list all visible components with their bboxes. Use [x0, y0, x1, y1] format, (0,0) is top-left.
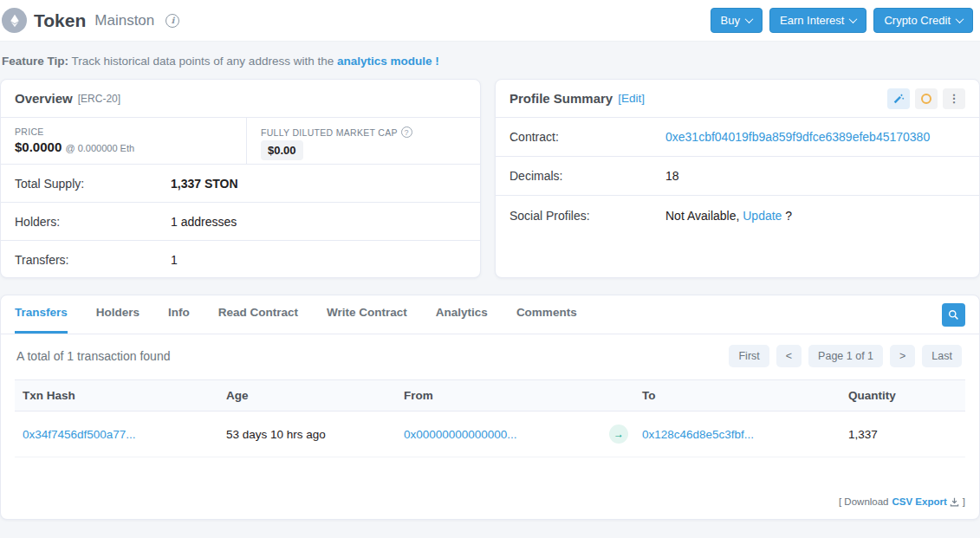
total-supply-row: Total Supply: 1,337 STON — [1, 165, 480, 203]
question-icon[interactable]: ? — [401, 126, 412, 138]
tab-comments[interactable]: Comments — [516, 295, 577, 334]
tab-bar: Transfers Holders Info Read Contract Wri… — [1, 295, 979, 334]
header-actions: Buy Earn Interest Crypto Credit — [711, 8, 973, 33]
chevron-down-icon — [956, 15, 964, 23]
market-cap-label: FULLY DILUTED MARKET CAP ? — [261, 126, 466, 138]
tab-transfers[interactable]: Transfers — [15, 295, 68, 334]
col-header-from: From — [397, 380, 602, 412]
transactions-card: Transfers Holders Info Read Contract Wri… — [0, 295, 980, 520]
top-header: Token Mainston i Buy Earn Interest Crypt… — [0, 0, 980, 42]
update-link[interactable]: Update — [743, 209, 782, 223]
col-header-to: To — [635, 380, 841, 412]
page-title: Token — [34, 10, 86, 31]
pagination-first-button[interactable]: First — [729, 345, 769, 367]
csv-export-link[interactable]: CSV Export — [892, 496, 959, 507]
summary-cards: Overview [ERC-20] PRICE $0.0000 @ 0.0000… — [0, 79, 980, 278]
contract-row: Contract: 0xe31cbf04019fb9a859f9dfce6389… — [496, 118, 979, 157]
contract-address-link[interactable]: 0xe31cbf04019fb9a859f9dfce6389efeb451703… — [665, 130, 930, 144]
tab-info[interactable]: Info — [168, 295, 190, 334]
holders-label: Holders: — [15, 215, 171, 229]
decimals-label: Decimals: — [509, 169, 665, 183]
earn-interest-button[interactable]: Earn Interest — [769, 8, 866, 33]
download-suffix: ] — [963, 496, 965, 507]
tab-holders[interactable]: Holders — [96, 295, 140, 334]
overview-title: Overview — [15, 91, 73, 106]
market-cap-label-text: FULLY DILUTED MARKET CAP — [261, 127, 398, 138]
pagination-page-indicator: Page 1 of 1 — [808, 345, 883, 367]
crypto-credit-button-label: Crypto Credit — [884, 14, 951, 27]
download-prefix: [ Download — [839, 496, 889, 507]
search-button[interactable] — [942, 303, 965, 327]
col-header-arrow — [602, 380, 635, 412]
total-supply-value: 1,337 STON — [171, 177, 238, 191]
col-header-txn-hash: Txn Hash — [15, 380, 219, 412]
price-block: PRICE $0.0000 @ 0.000000 Eth — [1, 118, 246, 164]
pagination-last-button[interactable]: Last — [922, 345, 962, 367]
holders-value: 1 addresses — [171, 215, 237, 229]
txn-hash-link[interactable]: 0x34f7456df500a77... — [23, 428, 136, 441]
analytics-module-link[interactable]: analytics module ! — [337, 55, 439, 68]
transfers-row: Transfers: 1 — [1, 241, 480, 278]
more-options-button[interactable]: ⋮ — [943, 88, 965, 109]
kebab-menu-icon: ⋮ — [949, 93, 960, 104]
circle-icon — [921, 94, 931, 104]
crypto-credit-button[interactable]: Crypto Credit — [873, 8, 973, 33]
profile-header-actions: ⋮ — [887, 88, 965, 109]
overview-card: Overview [ERC-20] PRICE $0.0000 @ 0.0000… — [0, 79, 481, 278]
profile-card-header: Profile Summary [Edit] ⋮ — [496, 80, 979, 118]
download-icon — [950, 497, 959, 507]
table-row: 0x34f7456df500a77... 53 days 10 hrs ago … — [15, 412, 965, 457]
from-address-link[interactable]: 0x00000000000000... — [404, 428, 517, 441]
tab-write-contract[interactable]: Write Contract — [327, 295, 407, 334]
profile-summary-title: Profile Summary — [509, 91, 613, 106]
csv-export-label: CSV Export — [892, 496, 947, 507]
transfers-label: Transfers: — [15, 253, 171, 267]
token-logo-icon — [2, 8, 27, 33]
to-address-link[interactable]: 0x128c46d8e5c3fbf... — [642, 428, 754, 441]
market-cap-block: FULLY DILUTED MARKET CAP ? $0.00 — [246, 118, 480, 164]
status-circle-button[interactable] — [915, 88, 938, 109]
table-header-row: Txn Hash Age From To Quantity — [15, 380, 965, 412]
wand-icon — [892, 93, 905, 105]
social-not-available: Not Available, — [665, 209, 739, 223]
price-value: $0.0000 @ 0.000000 Eth — [15, 139, 232, 154]
market-cap-value: $0.00 — [261, 140, 303, 160]
social-profiles-value: Not Available, Update ? — [665, 209, 792, 223]
price-label: PRICE — [15, 126, 232, 137]
price-eth: @ 0.000000 Eth — [65, 143, 134, 153]
tab-analytics[interactable]: Analytics — [436, 295, 488, 334]
price-usd: $0.0000 — [15, 139, 62, 154]
col-header-age: Age — [219, 380, 397, 412]
pagination-prev-button[interactable]: < — [776, 345, 802, 367]
social-profiles-row: Social Profiles: Not Available, Update ? — [496, 196, 979, 235]
total-supply-label: Total Supply: — [15, 177, 171, 191]
social-profiles-label: Social Profiles: — [509, 209, 665, 223]
chevron-down-icon — [849, 15, 858, 23]
transfers-value: 1 — [171, 253, 178, 267]
edit-link[interactable]: [Edit] — [618, 92, 645, 105]
buy-button[interactable]: Buy — [711, 8, 763, 33]
tab-read-contract[interactable]: Read Contract — [218, 295, 298, 334]
pagination: First < Page 1 of 1 > Last — [729, 345, 962, 367]
search-icon — [948, 309, 959, 321]
transfers-table: Txn Hash Age From To Quantity 0x34f7456d… — [15, 379, 965, 457]
overview-card-header: Overview [ERC-20] — [1, 80, 480, 118]
col-header-quantity: Quantity — [841, 380, 965, 412]
feature-tip-label: Feature Tip: — [2, 55, 68, 68]
transfer-arrow-icon: → — [609, 425, 628, 444]
holders-row: Holders: 1 addresses — [1, 203, 480, 241]
wand-button[interactable] — [887, 88, 910, 109]
contract-label: Contract: — [509, 130, 665, 144]
earn-interest-button-label: Earn Interest — [780, 14, 844, 27]
quantity-cell: 1,337 — [841, 412, 965, 457]
feature-tip: Feature Tip: Track historical data point… — [0, 42, 980, 79]
info-icon[interactable]: i — [165, 14, 179, 28]
pagination-next-button[interactable]: > — [890, 345, 915, 367]
buy-button-label: Buy — [721, 14, 740, 27]
decimals-row: Decimals: 18 — [496, 157, 979, 196]
decimals-value: 18 — [665, 169, 679, 183]
feature-tip-text: Track historical data points of any addr… — [68, 55, 337, 68]
erc20-badge: [ERC-20] — [78, 93, 120, 105]
brand: Token Mainston i — [2, 8, 179, 33]
transaction-count: A total of 1 transaction found — [16, 349, 170, 363]
